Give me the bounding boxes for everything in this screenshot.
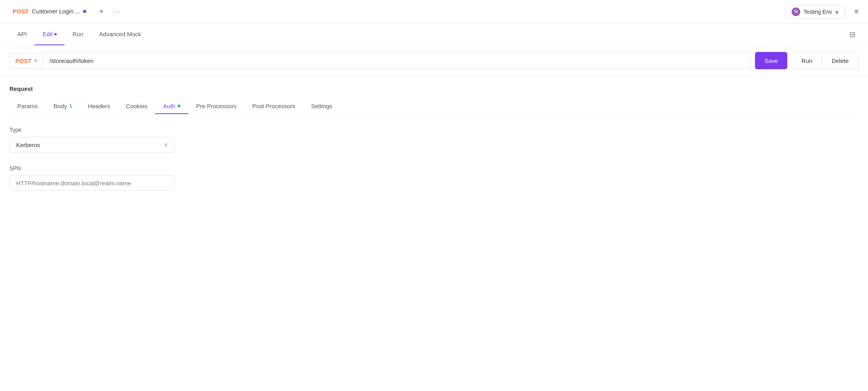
method-chevron-icon: ∨ bbox=[34, 58, 37, 63]
more-tabs-button[interactable]: ··· bbox=[113, 8, 121, 15]
sub-nav-left: API Edit Run Advanced Mock bbox=[9, 24, 149, 45]
tab-advanced-mock[interactable]: Advanced Mock bbox=[91, 24, 149, 45]
tab-auth[interactable]: Auth bbox=[155, 99, 188, 114]
save-button[interactable]: Save bbox=[755, 52, 787, 69]
add-tab-button[interactable]: + bbox=[96, 6, 107, 17]
run-button[interactable]: Run bbox=[792, 52, 822, 69]
type-label: Type bbox=[9, 127, 859, 133]
tab-settings[interactable]: Settings bbox=[303, 99, 340, 114]
tab-params[interactable]: Params bbox=[9, 99, 46, 114]
tab-body[interactable]: Body 1 bbox=[46, 99, 80, 114]
sub-nav: API Edit Run Advanced Mock ⊟ bbox=[0, 24, 868, 46]
tab-edit[interactable]: Edit bbox=[35, 24, 65, 45]
method-label: POST bbox=[15, 57, 32, 64]
tab-bar-right: Te Testing Env ∨ ≡ bbox=[786, 5, 862, 19]
tab-pre-processors[interactable]: Pre Processors bbox=[188, 99, 245, 114]
dropdown-chevron-icon: ∨ bbox=[164, 141, 168, 148]
auth-dot bbox=[178, 105, 180, 107]
tab-customer-login[interactable]: POST Customer Login ... bbox=[6, 0, 93, 23]
tab-api[interactable]: API bbox=[9, 24, 35, 45]
request-tabs: Params Body 1 Headers Cookies Auth Pre P… bbox=[9, 98, 859, 114]
delete-button[interactable]: Delete bbox=[822, 52, 859, 69]
tab-headers[interactable]: Headers bbox=[80, 99, 118, 114]
spn-section: SPN bbox=[0, 153, 868, 191]
env-name: Testing Env bbox=[803, 9, 832, 15]
environment-selector[interactable]: Te Testing Env ∨ bbox=[786, 5, 845, 19]
url-input[interactable] bbox=[43, 52, 750, 69]
env-chevron-icon: ∨ bbox=[835, 9, 839, 15]
body-badge: 1 bbox=[69, 103, 72, 109]
edit-dot bbox=[54, 33, 57, 35]
method-selector[interactable]: POST ∨ bbox=[9, 53, 43, 68]
top-tab-bar: POST Customer Login ... + ··· Te Testing… bbox=[0, 0, 868, 24]
spn-input[interactable] bbox=[9, 175, 175, 191]
tab-unsaved-dot bbox=[83, 10, 86, 13]
split-view-button[interactable]: ⊟ bbox=[846, 29, 859, 41]
tab-title: Customer Login ... bbox=[32, 8, 80, 15]
spn-label: SPN bbox=[9, 165, 859, 172]
auth-type-value: Kerberos bbox=[16, 142, 40, 148]
tab-actions: + ··· bbox=[96, 6, 121, 17]
request-section: Request Params Body 1 Headers Cookies Au… bbox=[0, 76, 868, 114]
hamburger-menu-button[interactable]: ≡ bbox=[851, 6, 862, 17]
auth-type-section: Type Kerberos ∨ bbox=[0, 127, 868, 153]
tab-cookies[interactable]: Cookies bbox=[118, 99, 155, 114]
run-delete-group: Run Delete bbox=[792, 52, 859, 69]
tab-post-processors[interactable]: Post Processors bbox=[244, 99, 303, 114]
post-method-badge: POST bbox=[13, 8, 29, 15]
sub-nav-right: ⊟ bbox=[846, 29, 859, 41]
tab-run[interactable]: Run bbox=[65, 24, 91, 45]
env-avatar: Te bbox=[792, 7, 800, 16]
request-label: Request bbox=[9, 85, 859, 92]
auth-type-dropdown[interactable]: Kerberos ∨ bbox=[9, 137, 175, 153]
url-bar: POST ∨ Save Run Delete bbox=[0, 46, 868, 76]
